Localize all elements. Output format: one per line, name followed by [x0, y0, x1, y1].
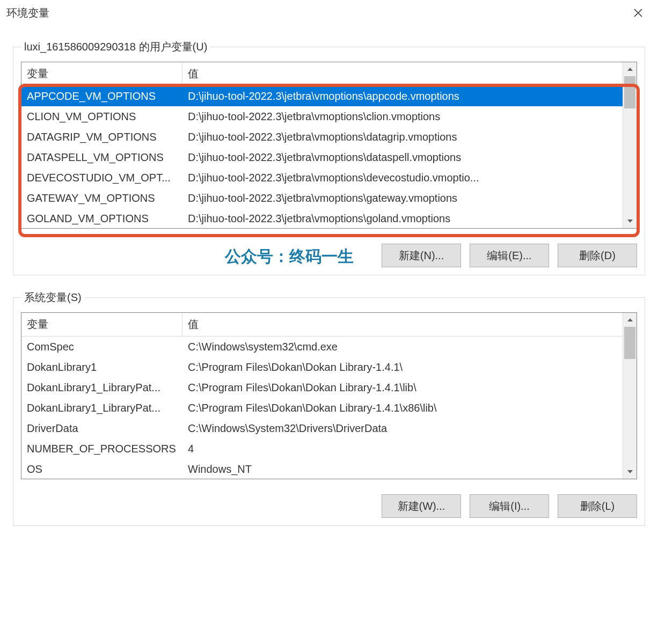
table-row[interactable]: CLION_VM_OPTIONSD:\jihuo-tool-2022.3\jet…: [21, 106, 637, 127]
scroll-down-icon[interactable]: [623, 214, 637, 228]
variable-name: CLION_VM_OPTIONS: [21, 111, 182, 123]
close-icon[interactable]: [626, 4, 650, 21]
scroll-down-icon[interactable]: [623, 465, 637, 479]
table-row[interactable]: DokanLibrary1_LibraryPat...C:\Program Fi…: [21, 377, 637, 398]
variable-value: D:\jihuo-tool-2022.3\jetbra\vmoptions\de…: [182, 172, 637, 184]
column-header-value[interactable]: 值: [182, 62, 637, 85]
scroll-up-icon[interactable]: [623, 62, 637, 76]
variable-value: C:\Program Files\Dokan\Dokan Library-1.4…: [182, 361, 637, 374]
variable-name: DriverData: [21, 422, 182, 435]
system-edit-button[interactable]: 编辑(I)...: [470, 494, 549, 518]
variable-name: GATEWAY_VM_OPTIONS: [21, 192, 182, 204]
table-header: 变量 值: [21, 62, 637, 86]
variable-value: C:\Program Files\Dokan\Dokan Library-1.4…: [182, 382, 637, 394]
variable-value: C:\Windows\system32\cmd.exe: [182, 341, 637, 353]
table-row[interactable]: DokanLibrary1C:\Program Files\Dokan\Doka…: [21, 357, 637, 377]
table-row[interactable]: DEVECOSTUDIO_VM_OPT...D:\jihuo-tool-2022…: [21, 167, 637, 188]
variable-value: D:\jihuo-tool-2022.3\jetbra\vmoptions\cl…: [182, 111, 637, 123]
scroll-track[interactable]: [623, 76, 637, 214]
system-variables-table[interactable]: 变量 值 ComSpecC:\Windows\system32\cmd.exeD…: [21, 312, 637, 479]
dialog-content: luxi_161586009290318 的用户变量(U) 变量 值 APPCO…: [0, 40, 658, 537]
variable-value: Windows_NT: [182, 463, 637, 475]
variable-name: DokanLibrary1_LibraryPat...: [21, 382, 182, 394]
variable-value: D:\jihuo-tool-2022.3\jetbra\vmoptions\da…: [182, 151, 637, 164]
system-button-row: 新建(W)... 编辑(I)... 删除(L): [21, 494, 637, 518]
column-header-variable[interactable]: 变量: [21, 62, 182, 85]
column-header-variable[interactable]: 变量: [21, 313, 182, 336]
scrollbar[interactable]: [623, 313, 637, 479]
user-variables-group: luxi_161586009290318 的用户变量(U) 变量 值 APPCO…: [13, 40, 645, 275]
user-new-button[interactable]: 新建(N)...: [382, 244, 461, 267]
variable-value: 4: [182, 443, 637, 455]
window-title: 环境变量: [6, 6, 49, 20]
table-row[interactable]: DokanLibrary1_LibraryPat...C:\Program Fi…: [21, 398, 637, 418]
table-header: 变量 值: [21, 313, 637, 336]
table-row[interactable]: APPCODE_VM_OPTIONSD:\jihuo-tool-2022.3\j…: [21, 86, 637, 106]
scroll-thumb[interactable]: [624, 327, 635, 359]
system-delete-button[interactable]: 删除(L): [558, 494, 637, 518]
table-row[interactable]: DATASPELL_VM_OPTIONSD:\jihuo-tool-2022.3…: [21, 147, 637, 167]
variable-name: DokanLibrary1: [21, 361, 182, 374]
variable-value: D:\jihuo-tool-2022.3\jetbra\vmoptions\da…: [182, 131, 637, 143]
system-table-body: ComSpecC:\Windows\system32\cmd.exeDokanL…: [21, 336, 637, 480]
variable-value: D:\jihuo-tool-2022.3\jetbra\vmoptions\ga…: [182, 192, 637, 204]
column-header-value[interactable]: 值: [182, 313, 637, 336]
watermark-text: 公众号：终码一生: [225, 246, 354, 268]
system-variables-legend: 系统变量(S): [21, 290, 85, 305]
system-new-button[interactable]: 新建(W)...: [382, 494, 461, 518]
table-row[interactable]: DATAGRIP_VM_OPTIONSD:\jihuo-tool-2022.3\…: [21, 127, 637, 147]
table-row[interactable]: GATEWAY_VM_OPTIONSD:\jihuo-tool-2022.3\j…: [21, 188, 637, 208]
scroll-up-icon[interactable]: [623, 313, 637, 327]
user-variables-legend: luxi_161586009290318 的用户变量(U): [21, 40, 210, 54]
table-row[interactable]: DriverDataC:\Windows\System32\Drivers\Dr…: [21, 418, 637, 438]
variable-name: NUMBER_OF_PROCESSORS: [21, 443, 182, 455]
scroll-thumb[interactable]: [624, 76, 635, 108]
user-table-body: APPCODE_VM_OPTIONSD:\jihuo-tool-2022.3\j…: [21, 86, 637, 229]
user-button-row: 公众号：终码一生 新建(N)... 编辑(E)... 删除(D): [21, 244, 637, 267]
user-edit-button[interactable]: 编辑(E)...: [470, 244, 549, 267]
user-delete-button[interactable]: 删除(D): [558, 244, 637, 267]
table-row[interactable]: NUMBER_OF_PROCESSORS4: [21, 438, 637, 459]
variable-name: ComSpec: [21, 341, 182, 353]
variable-value: D:\jihuo-tool-2022.3\jetbra\vmoptions\ap…: [182, 90, 637, 103]
system-variables-group: 系统变量(S) 变量 值 ComSpecC:\Windows\system32\…: [13, 290, 645, 526]
variable-value: D:\jihuo-tool-2022.3\jetbra\vmoptions\go…: [182, 213, 637, 225]
variable-value: C:\Program Files\Dokan\Dokan Library-1.4…: [182, 402, 637, 414]
variable-value: C:\Windows\System32\Drivers\DriverData: [182, 422, 637, 435]
variable-name: GOLAND_VM_OPTIONS: [21, 213, 182, 225]
variable-name: DokanLibrary1_LibraryPat...: [21, 402, 182, 414]
titlebar: 环境变量: [0, 0, 658, 25]
variable-name: OS: [21, 463, 182, 475]
scrollbar[interactable]: [623, 62, 637, 228]
table-row[interactable]: ComSpecC:\Windows\system32\cmd.exe: [21, 336, 637, 357]
table-row[interactable]: OSWindows_NT: [21, 459, 637, 479]
variable-name: DATASPELL_VM_OPTIONS: [21, 151, 182, 164]
variable-name: DATAGRIP_VM_OPTIONS: [21, 131, 182, 143]
variable-name: DEVECOSTUDIO_VM_OPT...: [21, 172, 182, 184]
scroll-track[interactable]: [623, 327, 637, 465]
user-variables-table[interactable]: 变量 值 APPCODE_VM_OPTIONSD:\jihuo-tool-202…: [21, 62, 637, 229]
table-row[interactable]: GOLAND_VM_OPTIONSD:\jihuo-tool-2022.3\je…: [21, 208, 637, 229]
variable-name: APPCODE_VM_OPTIONS: [21, 90, 182, 103]
